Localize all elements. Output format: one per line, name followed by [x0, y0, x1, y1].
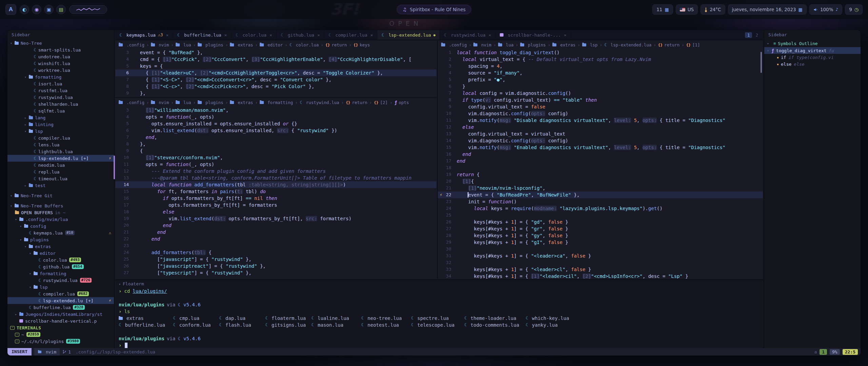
tree-section-header[interactable]: ›TERMINALS [7, 324, 114, 331]
tree-file[interactable]: ☾color.lua#493 [7, 257, 114, 263]
tree-folder[interactable]: ▸Juegos/Indies/SteamLibrary/st [7, 311, 114, 318]
code-line[interactable]: 14 local function add_formatters(tbl :ta… [115, 181, 436, 188]
code-line[interactable]: 10 [1]"stevearc/conform.nvim", [115, 154, 436, 161]
code-line[interactable]: 26 ["javascriptreact"] = { "rustywind" }… [115, 263, 436, 269]
tree-folder[interactable]: ▸lang [7, 114, 114, 121]
code-line[interactable]: 13 config.virtual_text = virtual_text [438, 130, 763, 137]
code-line[interactable]: 21 end [115, 229, 436, 236]
code-line[interactable]: 33 keys[#keys + 1] = { "<leader>cl", fal… [438, 266, 763, 273]
code-line[interactable]: 8 }, [115, 141, 436, 147]
tree-folder[interactable]: ▾formatting [7, 74, 114, 80]
tree-file[interactable]: ☾timeout.lua [7, 175, 114, 182]
tree-file[interactable]: ☾worktree.lua [7, 67, 114, 74]
code-line[interactable]: 25 [438, 212, 763, 219]
code-line[interactable]: 11 opts = function(_, opts) [115, 161, 436, 168]
tabpage-current[interactable]: 1 [745, 32, 752, 38]
tree-file[interactable]: ☾compiler.lua [7, 135, 114, 141]
tree-file[interactable]: ☾github.lua#654 [7, 263, 114, 270]
keyboard-layout-widget[interactable]: US [676, 4, 698, 15]
close-icon[interactable]: × [270, 33, 272, 38]
close-icon[interactable]: × [564, 33, 567, 38]
code-line[interactable]: 23 init = function() [438, 198, 763, 205]
code-line[interactable]: 17 opts.formatters_by_ft[ft] = formatter… [115, 202, 436, 208]
code-line[interactable]: 29 keys[#keys + 1] = { "gI", false } [438, 239, 763, 246]
breadcrumb-segment[interactable]: lua [176, 100, 191, 105]
code-line[interactable]: 27 keys[#keys + 1] = { "gr", false } [438, 225, 763, 232]
code-line[interactable]: 3 spacing = 4, [438, 63, 763, 69]
breadcrumb-segment[interactable]: lsp [582, 42, 598, 47]
code-line[interactable]: 7 { [1]"<S-C>", [2]"<cmd>CccConvert<cr>"… [115, 76, 436, 83]
code-line[interactable]: 21 [1]"neovim/nvim-lspconfig", [438, 185, 763, 191]
code-line[interactable]: 5 prefix = "●", [438, 76, 763, 83]
code-line[interactable]: 12 --- Extend the conform plugin config … [115, 168, 436, 175]
tree-folder[interactable]: ▾plugins [7, 236, 114, 243]
code-line[interactable]: 19 vim.list_extend(dst: opts.formatters_… [115, 215, 436, 222]
code-line[interactable]: 9 config.virtual_text = false [438, 103, 763, 110]
breadcrumb-segment[interactable]: ☾lsp-extended.lua [604, 42, 651, 47]
breadcrumb-segment[interactable]: ☾color.lua [290, 42, 319, 47]
code-line[interactable]: 24 add_formatters(tbl: { [115, 249, 436, 256]
tree-folder[interactable]: ▾lsp [7, 284, 114, 290]
tree-file[interactable]: ☾rustywind.lua [7, 94, 114, 101]
record-icon[interactable]: ◉ [32, 5, 41, 14]
breadcrumb-segment[interactable]: {}return [326, 42, 347, 47]
breadcrumb-segment[interactable]: formatting [260, 100, 293, 105]
code-line[interactable]: 34 keys[#keys + 1] = { [1]"<leader>cil",… [438, 273, 763, 279]
tree-file[interactable]: scrollbar-handle-vertical.p [7, 318, 114, 324]
tree-root[interactable]: OPEN BUFFERSin ~ [7, 209, 114, 216]
code-line[interactable]: 32 [438, 259, 763, 266]
activity-graph-widget[interactable] [69, 5, 107, 14]
tree-file[interactable]: ☾isort.lua [7, 80, 114, 87]
tree-file[interactable]: ☾sqlfmt.lua [7, 107, 114, 114]
tab-bufferline.lua[interactable]: ☾bufferline.lua× [173, 30, 231, 40]
breadcrumb-segment[interactable]: .config [119, 42, 144, 47]
code-line[interactable]: 20 end [115, 222, 436, 229]
code-line[interactable]: 16 if opts.formatters_by_ft[ft] == nil t… [115, 195, 436, 202]
tree-file[interactable]: ☾lsp-extended.lu [+]⚡ [7, 297, 114, 304]
code-line[interactable]: 2 local virtual_text = { -- Default virt… [438, 56, 763, 63]
code-line[interactable]: 1local function toggle_diag_virtext() [438, 49, 763, 56]
notes-icon[interactable]: ▤ [56, 5, 66, 14]
tree-file[interactable]: ☾lens.lua [7, 141, 114, 148]
tree-folder[interactable]: ▾editor [7, 250, 114, 257]
code-line[interactable]: 13 ---@param tbl table<string, conform.F… [115, 175, 436, 181]
symbol-item[interactable]: ▪ifif type(config.vi [764, 54, 861, 61]
tree-file[interactable]: ☾shellharden.lua [7, 101, 114, 107]
breadcrumb-segment[interactable]: extras [552, 42, 575, 47]
tree-section-header[interactable]: ▾Neo-Tree Git [7, 192, 114, 199]
code-line[interactable]: 19return { [438, 171, 763, 178]
tree-folder[interactable]: ▾formatting [7, 270, 114, 277]
tree-file[interactable]: ☾bufferline.lua#328 [7, 304, 114, 311]
code-line[interactable]: 10 vim.diagnostic.config(opts: config) [438, 110, 763, 117]
tree-folder[interactable]: ▸test [7, 182, 114, 189]
tree-section-header[interactable]: ▾Neo-Tree [7, 40, 114, 46]
code-line[interactable]: 4 source = "if_many", [438, 69, 763, 76]
code-line[interactable]: 4 cmd = { [1]"CccPick", [2]"CccConvert",… [115, 56, 436, 63]
tree-file[interactable]: ☾keymaps.lua#10⚠ [7, 229, 114, 236]
tree-terminal-item[interactable]: ›~/.c/n/l/plugins#3980 [7, 338, 114, 345]
code-line[interactable]: 5 keys = { [115, 63, 436, 69]
code-line[interactable]: 6 { [1]"<leader>uC", [2]"<cmd>CccHighlig… [115, 69, 436, 76]
window-count-widget[interactable]: 11 ▦ [652, 4, 673, 15]
code-line[interactable]: 31 keys[#keys + 1] = { "<leader>ca", fal… [438, 252, 763, 259]
dashboard-icon[interactable]: ◐ [20, 5, 29, 14]
code-line[interactable]: 5 opts.ensure_installed = opts.ensure_in… [115, 120, 436, 127]
tab-scrollbar-handle-...[interactable]: scrollbar-handle-...× [496, 30, 571, 40]
cwd-segment[interactable]: nvim [34, 348, 60, 355]
code-line[interactable]: ⚡22 event = { "BufReadPre", "BufNewFile"… [438, 191, 763, 198]
tabpage-other[interactable]: 2 [754, 32, 760, 38]
tree-file[interactable]: ☾lightbulb.lua [7, 148, 114, 155]
code-line[interactable]: 3 event = { "BufRead" }, [115, 49, 436, 56]
code-line[interactable]: 6 vim.list_extend(dst: opts.ensure_insta… [115, 127, 436, 134]
tree-file[interactable]: ☾neodim.lua [7, 162, 114, 168]
code-line[interactable]: 8 if type(v: config.virtual_text) == "ta… [438, 97, 763, 103]
clock-widget[interactable]: 9 ◷ [845, 4, 863, 15]
breadcrumb-segment[interactable]: editor [260, 42, 283, 47]
breadcrumb-segment[interactable]: .config [441, 42, 467, 47]
code-line[interactable]: 9 { [115, 147, 436, 154]
breadcrumb-segment[interactable]: nvim [151, 42, 169, 47]
code-line[interactable]: 4 opts = function(_, opts) [115, 114, 436, 120]
close-icon[interactable]: × [224, 33, 227, 38]
code-line[interactable]: 8 { [1]"<C-c>", [2]"<cmd>CccPick<cr>", d… [115, 83, 436, 90]
tab-compiler.lua[interactable]: ☾compiler.lua× [324, 30, 377, 40]
